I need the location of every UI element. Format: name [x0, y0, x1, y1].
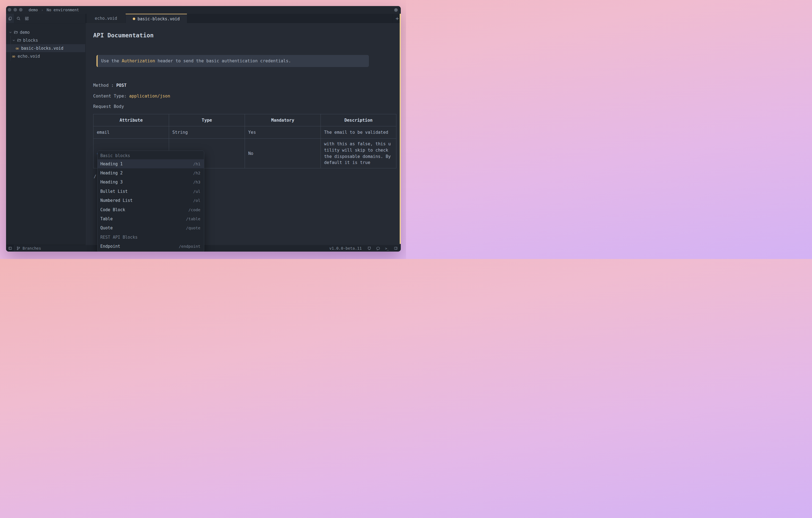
terminal-icon[interactable]: >_: [384, 246, 389, 251]
menu-item-shortcut: /h3: [193, 180, 200, 184]
column-header[interactable]: Type: [169, 114, 245, 126]
branches-button[interactable]: Branches: [16, 245, 41, 251]
menu-item-heading-2[interactable]: Heading 2 /h2: [97, 169, 204, 177]
menu-item-label: Heading 2: [100, 171, 123, 176]
tree-item-label: demo: [20, 30, 30, 35]
title-bar: demo › No environment: [6, 6, 401, 14]
panel-right-icon[interactable]: [394, 246, 398, 251]
slash-command-menu: Basic blocks Heading 1 /h1 Heading 2 /h2…: [97, 151, 204, 251]
breadcrumb-project[interactable]: demo: [29, 8, 38, 12]
menu-item-label: Numbered List: [100, 198, 133, 203]
copy-files-icon: [8, 17, 12, 21]
tree-item-blocks[interactable]: blocks: [6, 36, 85, 44]
cell-mandatory[interactable]: No: [245, 139, 321, 169]
editor-content: API Documentation Use the Authorization …: [86, 23, 401, 245]
tab-label: echo.void: [95, 16, 117, 21]
toggle-sidebar-button[interactable]: [6, 245, 14, 251]
cell-mandatory[interactable]: Yes: [245, 126, 321, 139]
traffic-light-zoom[interactable]: [19, 8, 23, 11]
main-area: echo.void basic-blocks.void + API Docume…: [86, 14, 401, 245]
traffic-light-close[interactable]: [8, 8, 11, 11]
table-row: email String Yes The email to be validat…: [93, 126, 396, 139]
tree-item-label: echo.void: [18, 54, 40, 59]
void-file-icon: ∞: [15, 46, 20, 51]
content-type-value: application/json: [129, 94, 170, 99]
app-window: demo › No environment: [6, 6, 401, 251]
menu-item-shortcut: /endpoint: [179, 244, 200, 249]
menu-item-heading-1[interactable]: Heading 1 /h1: [97, 159, 204, 169]
menu-item-shortcut: /quote: [186, 226, 200, 230]
quote-inline-code: Authorization: [122, 59, 155, 63]
menu-item-shortcut: /ul: [193, 189, 200, 194]
menu-item-endpoint[interactable]: Endpoint /endpoint: [97, 242, 204, 251]
tab-label: basic-blocks.void: [138, 17, 180, 22]
status-bar-right: v1.0.0-beta.11 >_: [329, 245, 398, 251]
folder-open-icon: [14, 30, 18, 35]
column-header[interactable]: Mandatory: [245, 114, 321, 126]
blocks-registry-icon[interactable]: [23, 14, 31, 23]
table-header-row: Attribute Type Mandatory Description: [93, 114, 396, 126]
tree-item-basic-blocks[interactable]: ∞ basic-blocks.void: [6, 44, 85, 52]
branches-label: Branches: [23, 246, 41, 250]
quote-text: Use the: [101, 59, 122, 63]
scrollbar[interactable]: [400, 14, 401, 244]
breadcrumb-environment[interactable]: No environment: [47, 8, 79, 12]
menu-item-heading-3[interactable]: Heading 3 /h3: [97, 178, 204, 187]
tree-item-demo[interactable]: demo: [6, 28, 85, 36]
menu-item-label: Endpoint: [100, 244, 120, 249]
menu-item-table[interactable]: Table /table: [97, 214, 204, 223]
request-body-line[interactable]: Request Body: [93, 103, 124, 110]
method-label: Method :: [93, 83, 116, 88]
menu-item-shortcut: /ol: [193, 198, 200, 203]
menu-item-label: Code Block: [100, 207, 125, 212]
sidebar-toolbar: [6, 14, 85, 23]
menu-item-code-block[interactable]: Code Block /code: [97, 205, 204, 214]
method-line[interactable]: Method : POST: [93, 82, 126, 89]
cell-attribute[interactable]: email: [93, 126, 169, 139]
search-icon[interactable]: [14, 14, 23, 23]
column-header[interactable]: Description: [321, 114, 396, 126]
menu-item-numbered-list[interactable]: Numbered List /ol: [97, 196, 204, 205]
tab-basic-blocks-void[interactable]: basic-blocks.void: [126, 14, 187, 23]
sidebar: demo blocks ∞ basic-blocks.void: [6, 14, 86, 245]
tree-item-label: basic-blocks.void: [21, 46, 63, 51]
menu-item-quote[interactable]: Quote /quote: [97, 223, 204, 233]
column-header[interactable]: Attribute: [93, 114, 169, 126]
github-icon[interactable]: [367, 246, 372, 251]
method-value: POST: [116, 83, 126, 88]
folder-open-icon: [17, 38, 22, 42]
content-type-line[interactable]: Content Type: application/json: [93, 93, 170, 99]
cell-description[interactable]: The email to be validated: [321, 126, 396, 139]
file-tree: demo blocks ∞ basic-blocks.void: [6, 23, 85, 60]
request-body-label: Request Body: [93, 104, 124, 109]
version-label: v1.0.0-beta.11: [329, 246, 362, 250]
void-file-icon: ∞: [11, 54, 16, 59]
plus-icon: +: [396, 15, 399, 22]
menu-item-label: Quote: [100, 225, 113, 231]
menu-item-label: Bullet List: [100, 189, 127, 194]
menu-item-shortcut: /h1: [193, 162, 200, 166]
files-panel-button[interactable]: [6, 14, 14, 23]
panel-left-icon: [8, 246, 12, 250]
quote-block[interactable]: Use the Authorization header to send the…: [96, 55, 369, 67]
menu-item-shortcut: /h2: [193, 171, 200, 175]
settings-gear-icon[interactable]: [394, 8, 398, 12]
chevron-down-icon: [9, 31, 12, 34]
cell-type[interactable]: String: [169, 126, 245, 139]
tab-strip: echo.void basic-blocks.void +: [86, 14, 401, 23]
menu-section-rest-api-blocks: REST API Blocks: [97, 233, 204, 242]
slash-command-trigger[interactable]: /: [94, 174, 96, 180]
tab-echo-void[interactable]: echo.void: [86, 14, 126, 23]
document-heading[interactable]: API Documentation: [93, 31, 154, 39]
menu-item-shortcut: /table: [186, 217, 200, 221]
chat-bubble-icon[interactable]: [376, 246, 380, 251]
menu-item-shortcut: /code: [188, 208, 200, 212]
menu-item-label: Heading 3: [100, 180, 123, 185]
content-type-label: Content Type:: [93, 94, 129, 99]
traffic-light-minimize[interactable]: [13, 8, 17, 11]
menu-item-bullet-list[interactable]: Bullet List /ul: [97, 187, 204, 196]
tree-item-echo[interactable]: ∞ echo.void: [6, 52, 85, 60]
modified-dot-icon: [133, 18, 135, 20]
cell-description[interactable]: with this as false, this u tility will s…: [321, 139, 396, 169]
breadcrumb: demo › No environment: [29, 6, 79, 14]
